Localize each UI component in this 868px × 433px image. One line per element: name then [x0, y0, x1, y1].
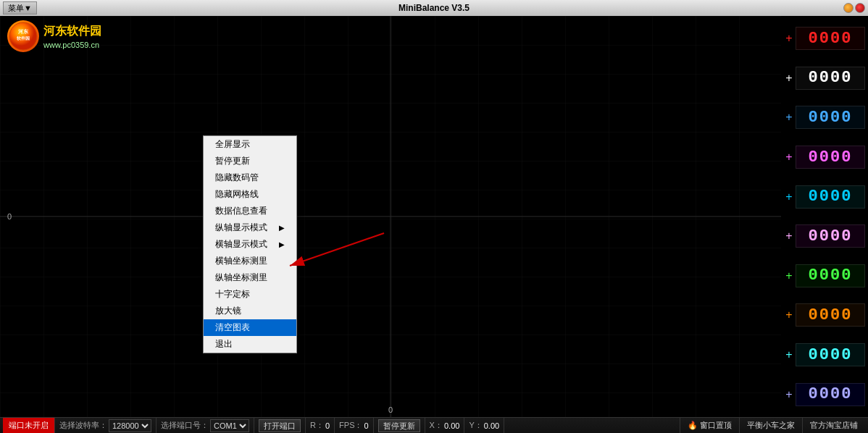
submenu-arrow-x: ▶	[279, 240, 285, 248]
seg-display-8: 8888 0000	[796, 303, 865, 327]
port-select[interactable]: COM1	[210, 419, 249, 432]
seg-display-4: 8888 0000	[796, 146, 865, 169]
title-bar-left: 菜单 ▼	[0, 0, 37, 16]
menu-hide-display[interactable]: 隐藏数码管	[204, 169, 296, 186]
r-label: R：	[310, 420, 324, 431]
svg-text:河东: 河东	[18, 28, 29, 34]
baud-rate-select[interactable]: 9600 19200 38400 57600 115200 128000 256…	[109, 419, 151, 432]
plus-btn-6[interactable]: +	[784, 230, 794, 243]
seg-display-6: 8888 0000	[796, 224, 865, 248]
r-value: 0	[325, 421, 330, 430]
close-button[interactable]	[855, 3, 865, 13]
baud-rate-label: 选择波特率：	[59, 420, 107, 431]
menu-x-measure[interactable]: 横轴坐标测里	[204, 253, 296, 269]
menu-label: 菜单	[8, 3, 24, 14]
plus-btn-1[interactable]: +	[784, 32, 794, 45]
chart-grid	[0, 16, 781, 417]
menu-clear-chart[interactable]: 清空图表	[204, 319, 296, 336]
balance-car-link[interactable]: 平衡小车之家	[739, 418, 802, 434]
display-row-10: + 8888 0000	[784, 374, 865, 414]
display-row-2: + 8888 0000	[784, 59, 865, 98]
x-label: X：	[430, 420, 443, 431]
x-coord-display: X： 0.00	[425, 418, 465, 433]
menu-crosshair[interactable]: 十字定标	[204, 286, 296, 303]
watermark-url: www.pc0359.cn	[43, 41, 101, 49]
menu-fullscreen[interactable]: 全屏显示	[204, 136, 296, 153]
minimize-button[interactable]	[843, 3, 854, 13]
seg-display-2: 8888 0000	[796, 67, 865, 90]
seg-display-1: 8888 0000	[796, 27, 865, 50]
x-value: 0.00	[444, 421, 459, 430]
y-coord-display: Y： 0.00	[464, 418, 504, 433]
y-axis-label: 0	[7, 212, 12, 221]
fps-label: FPS：	[339, 420, 362, 431]
watermark: 河东 软件园 河东软件园 www.pc0359.cn	[7, 20, 101, 52]
title-bar: 菜单 ▼ MiniBalance V3.5	[0, 0, 868, 16]
plus-btn-3[interactable]: +	[784, 111, 794, 124]
plus-btn-7[interactable]: +	[784, 269, 794, 282]
context-menu: 全屏显示 暂停更新 隐藏数码管 隐藏网格线 数据信息查看 纵轴显示模式 ▶ 横轴…	[203, 135, 297, 353]
pause-update-button[interactable]: 暂停更新	[378, 419, 420, 432]
app-title: MiniBalance V3.5	[398, 3, 470, 13]
plus-btn-5[interactable]: +	[784, 190, 794, 203]
watermark-logo-circle: 河东 软件园	[7, 20, 39, 52]
display-row-4: + 8888 0000	[784, 138, 865, 177]
menu-exit[interactable]: 退出	[204, 336, 296, 353]
open-port-button[interactable]: 打开端口	[259, 419, 301, 432]
port-status: 端口未开启	[3, 418, 55, 433]
seg-display-3: 8888 0000	[796, 106, 865, 129]
seg-display-5: 8888 0000	[796, 185, 865, 209]
svg-text:软件园: 软件园	[16, 35, 30, 41]
display-row-9: + 8888 0000	[784, 335, 865, 375]
menu-arrow: ▼	[24, 4, 32, 12]
r-value-display: R： 0	[306, 418, 335, 433]
status-right-items: 🔥 窗口置顶 平衡小车之家 官方淘宝店铺	[680, 418, 865, 434]
fps-value: 0	[364, 421, 368, 430]
menu-y-measure[interactable]: 纵轴坐标测里	[204, 269, 296, 286]
pause-button-container: 暂停更新	[374, 418, 425, 433]
menu-button[interactable]: 菜单 ▼	[3, 1, 37, 14]
menu-y-axis-mode[interactable]: 纵轴显示模式 ▶	[204, 219, 296, 236]
display-row-8: + 8888 0000	[784, 295, 865, 335]
x-axis-label: 0	[388, 405, 393, 414]
plus-btn-8[interactable]: +	[784, 308, 794, 321]
submenu-arrow-y: ▶	[279, 224, 285, 232]
home-top-button[interactable]: 🔥 窗口置顶	[680, 418, 739, 434]
display-row-1: + 8888 0000	[784, 19, 865, 59]
status-bar: 端口未开启 选择波特率： 9600 19200 38400 57600 1152…	[0, 417, 868, 433]
display-row-3: + 8888 0000	[784, 98, 865, 138]
chart-area[interactable]: 河东 软件园 河东软件园 www.pc0359.cn 0 0 全屏显示 暂停更新	[0, 16, 781, 417]
port-selector: 选择端口号： COM1	[157, 418, 254, 433]
seg-display-10: 8888 0000	[796, 383, 865, 406]
display-row-5: + 8888 0000	[784, 177, 865, 216]
fire-icon: 🔥	[688, 421, 698, 430]
plus-btn-4[interactable]: +	[784, 151, 794, 164]
seg-display-7: 8888 0000	[796, 264, 865, 287]
title-bar-controls	[843, 3, 865, 13]
fps-display: FPS： 0	[335, 418, 374, 433]
taobao-link[interactable]: 官方淘宝店铺	[802, 418, 865, 434]
seg-display-9: 8888 0000	[796, 343, 865, 366]
menu-x-axis-mode[interactable]: 横轴显示模式 ▶	[204, 236, 296, 253]
plus-btn-2[interactable]: +	[784, 72, 794, 85]
menu-hide-grid[interactable]: 隐藏网格线	[204, 186, 296, 203]
plus-btn-9[interactable]: +	[784, 348, 794, 361]
port-label: 选择端口号：	[161, 420, 209, 431]
menu-magnifier[interactable]: 放大镜	[204, 303, 296, 319]
displays-panel: + 8888 0000 + 8888 0000 + 8888 0000 +	[781, 16, 868, 417]
y-label: Y：	[469, 420, 482, 431]
watermark-site: 河东软件园	[43, 24, 101, 39]
display-row-7: + 8888 0000	[784, 256, 865, 296]
menu-pause-update[interactable]: 暂停更新	[204, 153, 296, 169]
open-port-container: 打开端口	[254, 418, 306, 433]
y-value: 0.00	[484, 421, 499, 430]
plus-btn-10[interactable]: +	[784, 388, 794, 401]
baud-rate-selector: 选择波特率： 9600 19200 38400 57600 115200 128…	[55, 418, 157, 433]
main-area: 河东 软件园 河东软件园 www.pc0359.cn 0 0 全屏显示 暂停更新	[0, 16, 868, 417]
display-row-6: + 8888 0000	[784, 216, 865, 256]
menu-data-info[interactable]: 数据信息查看	[204, 203, 296, 219]
